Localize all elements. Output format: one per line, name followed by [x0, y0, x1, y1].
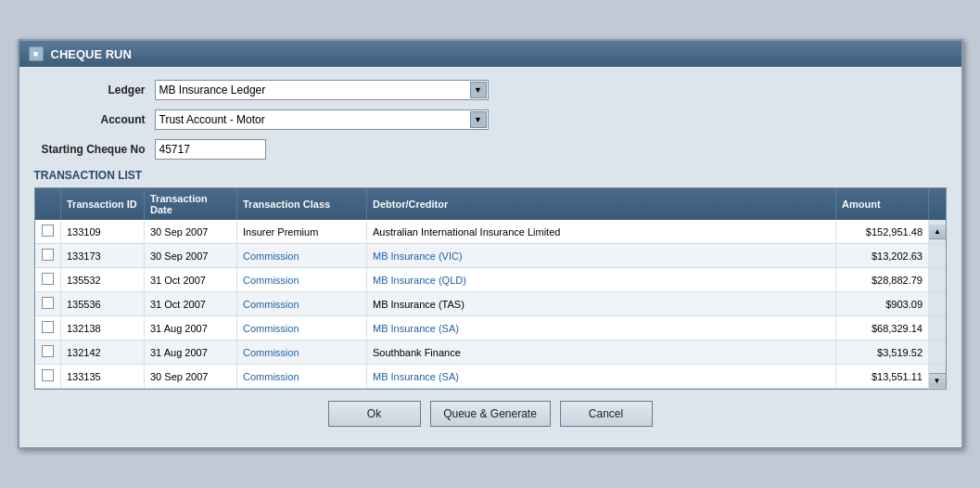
- footer-buttons: Ok Queue & Generate Cancel: [34, 390, 947, 434]
- row-transaction-date: 30 Sep 2007: [145, 365, 237, 389]
- row-checkbox[interactable]: [42, 321, 54, 333]
- row-amount: $13,551.11: [836, 365, 929, 389]
- ok-button[interactable]: Ok: [328, 401, 421, 427]
- row-checkbox-cell: [35, 340, 61, 365]
- cancel-button[interactable]: Cancel: [560, 401, 653, 427]
- scrollbar-cell: [929, 268, 946, 292]
- row-transaction-date: 31 Aug 2007: [145, 340, 237, 365]
- row-transaction-date: 30 Sep 2007: [145, 220, 237, 244]
- row-amount: $903.09: [836, 292, 929, 316]
- row-transaction-class: Commission: [237, 268, 367, 292]
- scrollbar-cell: [929, 340, 946, 365]
- row-transaction-class: Commission: [237, 340, 367, 365]
- row-debtor-creditor: MB Insurance (TAS): [367, 292, 836, 316]
- cheque-run-window: ■ CHEQUE RUN Ledger MB Insurance Ledger …: [18, 39, 963, 449]
- row-checkbox-cell: [35, 220, 61, 244]
- table-row: 13214231 Aug 2007CommissionSouthbank Fin…: [35, 340, 946, 365]
- transaction-list-title: TRANSACTION LIST: [34, 169, 947, 182]
- row-amount: $3,519.52: [836, 340, 929, 365]
- row-debtor-creditor: Southbank Finance: [367, 340, 836, 365]
- queue-generate-button[interactable]: Queue & Generate: [430, 401, 551, 427]
- table-header-row: Transaction ID Transaction Date Transact…: [35, 188, 946, 220]
- row-debtor-creditor: MB Insurance (VIC): [367, 244, 836, 268]
- window-title: CHEQUE RUN: [51, 47, 132, 61]
- row-transaction-id: 135536: [61, 292, 145, 316]
- ledger-row: Ledger MB Insurance Ledger ▼: [34, 80, 947, 100]
- row-debtor-creditor: MB Insurance (SA): [367, 316, 836, 340]
- row-transaction-date: 30 Sep 2007: [145, 244, 237, 268]
- row-checkbox-cell: [35, 292, 61, 316]
- row-transaction-class: Commission: [237, 244, 367, 268]
- col-header-txid: Transaction ID: [61, 188, 145, 220]
- row-amount: $152,951.48: [836, 220, 929, 244]
- scrollbar-cell: ▼: [929, 365, 946, 389]
- row-checkbox[interactable]: [42, 369, 54, 381]
- row-transaction-date: 31 Oct 2007: [145, 268, 237, 292]
- scrollbar-cell: [929, 244, 946, 268]
- row-transaction-class: Insurer Premium: [237, 220, 367, 244]
- row-transaction-id: 133109: [61, 220, 145, 244]
- row-checkbox-cell: [35, 268, 61, 292]
- scrollbar-cell: [929, 316, 946, 340]
- scroll-up-button[interactable]: ▲: [929, 225, 946, 239]
- table-body: 13310930 Sep 2007Insurer PremiumAustrali…: [35, 220, 946, 389]
- account-select[interactable]: Trust Account - Motor: [155, 109, 489, 130]
- col-header-txdate: Transaction Date: [145, 188, 237, 220]
- row-transaction-class: Commission: [237, 292, 367, 316]
- row-transaction-id: 132138: [61, 316, 145, 340]
- ledger-select[interactable]: MB Insurance Ledger: [155, 80, 489, 100]
- col-header-debcred: Debtor/Creditor: [367, 188, 836, 220]
- row-transaction-id: 132142: [61, 340, 145, 365]
- row-amount: $68,329.14: [836, 316, 929, 340]
- row-debtor-creditor: MB Insurance (QLD): [367, 268, 836, 292]
- row-debtor-creditor: Australian International Insurance Limit…: [367, 220, 836, 244]
- scrollbar-cell: ▲: [929, 220, 946, 244]
- starting-cheque-row: Starting Cheque No: [34, 139, 947, 160]
- row-amount: $13,202.63: [836, 244, 929, 268]
- row-transaction-date: 31 Aug 2007: [145, 316, 237, 340]
- row-transaction-id: 135532: [61, 268, 145, 292]
- row-transaction-class: Commission: [237, 365, 367, 389]
- table-row: 13313530 Sep 2007CommissionMB Insurance …: [35, 365, 946, 389]
- row-checkbox[interactable]: [42, 345, 54, 357]
- account-label: Account: [34, 113, 155, 126]
- table-row: 13310930 Sep 2007Insurer PremiumAustrali…: [35, 220, 946, 244]
- row-transaction-id: 133135: [61, 365, 145, 389]
- ledger-label: Ledger: [34, 83, 155, 96]
- starting-cheque-input[interactable]: [155, 139, 266, 160]
- table-row: 13317330 Sep 2007CommissionMB Insurance …: [35, 244, 946, 268]
- col-header-check: [35, 188, 61, 220]
- row-amount: $28,882.79: [836, 268, 929, 292]
- row-checkbox-cell: [35, 316, 61, 340]
- row-transaction-id: 133173: [61, 244, 145, 268]
- transaction-table-wrapper: Transaction ID Transaction Date Transact…: [34, 187, 947, 390]
- row-checkbox[interactable]: [42, 225, 54, 237]
- row-debtor-creditor: MB Insurance (SA): [367, 365, 836, 389]
- col-header-amount: Amount: [836, 188, 929, 220]
- account-row: Account Trust Account - Motor ▼: [34, 109, 947, 130]
- starting-cheque-label: Starting Cheque No: [34, 143, 155, 156]
- ledger-select-wrapper[interactable]: MB Insurance Ledger ▼: [155, 80, 489, 100]
- table-row: 13553231 Oct 2007CommissionMB Insurance …: [35, 268, 946, 292]
- table-row: 13213831 Aug 2007CommissionMB Insurance …: [35, 316, 946, 340]
- account-select-wrapper[interactable]: Trust Account - Motor ▼: [155, 109, 489, 130]
- row-checkbox[interactable]: [42, 273, 54, 285]
- table-row: 13553631 Oct 2007CommissionMB Insurance …: [35, 292, 946, 316]
- title-bar: ■ CHEQUE RUN: [19, 41, 961, 67]
- row-checkbox-cell: [35, 244, 61, 268]
- row-transaction-date: 31 Oct 2007: [145, 292, 237, 316]
- scroll-down-button[interactable]: ▼: [929, 373, 946, 388]
- row-checkbox[interactable]: [42, 249, 54, 261]
- transaction-table-container: Transaction ID Transaction Date Transact…: [34, 187, 947, 390]
- row-checkbox[interactable]: [42, 297, 54, 309]
- transaction-table: Transaction ID Transaction Date Transact…: [35, 188, 946, 389]
- col-header-txclass: Transaction Class: [237, 188, 367, 220]
- scrollbar-cell: [929, 292, 946, 316]
- col-header-scroll: [929, 188, 946, 220]
- window-icon: ■: [29, 46, 44, 61]
- row-checkbox-cell: [35, 365, 61, 389]
- content-area: Ledger MB Insurance Ledger ▼ Account Tru…: [19, 67, 961, 447]
- row-transaction-class: Commission: [237, 316, 367, 340]
